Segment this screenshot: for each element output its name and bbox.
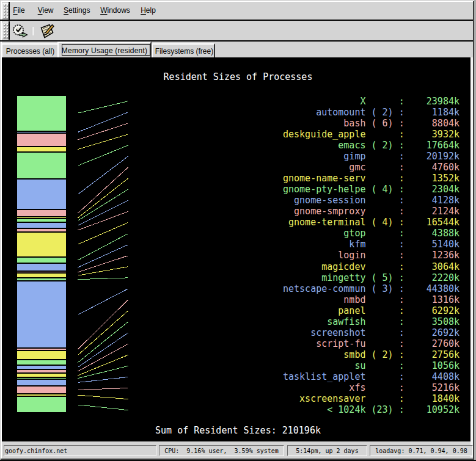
menu-item-help[interactable]: Help xyxy=(135,2,161,20)
connector-line xyxy=(78,333,128,367)
process-row-smbd: smbd ( 2) : 2756k xyxy=(283,349,460,360)
connector-line xyxy=(78,211,128,230)
menu-item-settings[interactable]: Settings xyxy=(58,2,95,20)
menu-item-mnemonic: V xyxy=(38,6,43,15)
memory-usage-page: Resident Sizes of Processes X : 23984k a… xyxy=(2,57,471,441)
menubar-separator xyxy=(0,20,473,21)
menu-item-windows[interactable]: Windows xyxy=(95,2,136,20)
status-loadavg: loadavg: 0.71, 0.94, 0.98 xyxy=(370,445,473,456)
process-row-xfs: xfs : 5216k xyxy=(283,382,460,393)
process-row-panel: panel : 6292k xyxy=(283,305,460,316)
sum-of-resident-sizes: Sum of Resident Sizes: 210196k xyxy=(2,425,471,436)
process-row-automount: automount ( 2) : 1184k xyxy=(283,107,460,118)
connector-line xyxy=(78,289,128,314)
process-row-gimp: gimp : 20192k xyxy=(283,151,460,162)
menu-item-view[interactable]: View xyxy=(32,2,59,20)
gtop-window: FileViewSettingsWindowsHelp xyxy=(0,0,476,461)
process-row--1024k: < 1024k (23) : 10952k xyxy=(283,404,460,415)
process-row-gnome-session: gnome-session : 4128k xyxy=(283,195,460,206)
process-row-su: su : 1056k xyxy=(283,360,460,371)
status-time: 5:14pm, up 2 days xyxy=(287,445,367,456)
menu-item-mnemonic: W xyxy=(100,6,107,15)
connector-line xyxy=(78,200,128,225)
tab-label: Filesystems (free) xyxy=(155,47,213,56)
connector-line xyxy=(78,134,128,150)
process-row-sawfish: sawfish : 3508k xyxy=(283,316,460,327)
process-row-magicdev: magicdev : 3064k xyxy=(283,261,460,272)
process-row-gnome-smproxy: gnome-smproxy : 2124k xyxy=(283,206,460,217)
process-row-bash: bash ( 6) : 8804k xyxy=(283,118,460,129)
tab-processes-all[interactable]: Processes (all) xyxy=(1,43,59,57)
process-row-gnome-name-serv: gnome-name-serv : 1352k xyxy=(283,173,460,184)
process-row-netscape-commun: netscape-commun ( 3) : 44380k xyxy=(283,283,460,294)
process-row-deskguide-apple: deskguide_apple : 3932k xyxy=(283,129,460,140)
tab-label: Memory Usage (resident) xyxy=(62,46,147,55)
process-row-gnome-pty-helpe: gnome-pty-helpe ( 4) : 2304k xyxy=(283,184,460,195)
process-row-X: X : 23984k xyxy=(283,96,460,107)
tab-label: Processes (all) xyxy=(6,47,54,56)
connector-line xyxy=(78,178,128,218)
tab-memory-usage-resident[interactable]: Memory Usage (resident) xyxy=(57,42,152,57)
menu-item-mnemonic: F xyxy=(13,6,17,15)
menubar: FileViewSettingsWindowsHelp xyxy=(0,2,464,20)
connector-line xyxy=(78,395,128,399)
connector-line xyxy=(78,311,128,355)
connector-line xyxy=(78,112,128,132)
menu-item-mnemonic: H xyxy=(141,6,146,15)
toolbar-grip-edge xyxy=(9,21,10,40)
refresh-toolbar-button[interactable] xyxy=(12,24,29,38)
connector-line xyxy=(78,377,128,382)
process-row-gtop: gtop : 4388k xyxy=(283,228,460,239)
status-cpu: CPU: 9.16% user, 3.59% system xyxy=(159,445,284,456)
process-row-screenshot: screenshot : 2692k xyxy=(283,327,460,338)
process-row-emacs: emacs ( 2) : 17664k xyxy=(283,140,460,151)
process-row-script-fu: script-fu : 2760k xyxy=(283,338,460,349)
connector-line xyxy=(78,156,128,194)
connector-line xyxy=(78,267,128,275)
connector-line xyxy=(78,278,128,280)
process-row-gmc: gmc : 4760k xyxy=(283,162,460,173)
process-row-gnome-terminal: gnome-terminal ( 4) : 16544k xyxy=(283,217,460,228)
process-row-login: login : 1236k xyxy=(283,250,460,261)
connector-line xyxy=(78,405,128,410)
menu-item-mnemonic: S xyxy=(64,6,68,15)
status-hostname: goofy.chinfox.net xyxy=(4,445,156,456)
connector-line xyxy=(78,145,128,165)
tab-filesystems-free[interactable]: Filesystems (free) xyxy=(152,43,215,57)
process-list: X : 23984k automount ( 2) : 1184k bash (… xyxy=(283,96,460,416)
process-row-xscreensaver: xscreensaver : 1840k xyxy=(283,393,460,404)
menu-item-file[interactable]: File xyxy=(7,2,30,20)
toolbar-divider xyxy=(32,27,34,35)
process-row-nmbd: nmbd : 1316k xyxy=(283,294,460,305)
connector-line xyxy=(78,223,128,245)
connector-line xyxy=(78,189,128,220)
clock-arrow-icon xyxy=(12,30,29,40)
connector-line xyxy=(78,123,128,140)
process-row-mingetty: mingetty ( 5) : 2220k xyxy=(283,272,460,283)
connector-line xyxy=(78,101,128,113)
edit-toolbar-button[interactable] xyxy=(40,24,54,38)
connector-line xyxy=(78,388,128,390)
process-row-kfm: kfm : 5140k xyxy=(283,239,460,250)
notepad-pencil-icon xyxy=(40,30,54,40)
process-row-tasklist-applet: tasklist_applet : 4408k xyxy=(283,371,460,382)
connector-line xyxy=(78,167,128,213)
